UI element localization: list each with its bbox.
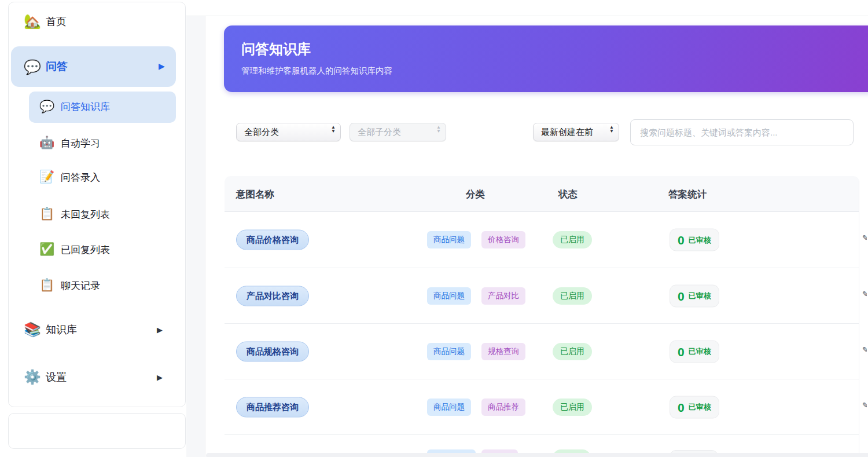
sidebar-item-label: 设置 xyxy=(46,370,67,384)
intent-pill[interactable]: 商品价格咨询 xyxy=(236,230,309,250)
table-row: 商品价格咨询 商品问题 价格咨询 已启用 0 已审核 ✎ xyxy=(225,212,859,268)
intent-pill[interactable]: 产品对比咨询 xyxy=(236,286,309,306)
sidebar-item-knowledge-base[interactable]: 📚 知识库 ▶ xyxy=(9,316,185,343)
speech-bubble-icon: 💬 xyxy=(39,100,56,114)
approved-label: 已审核 xyxy=(689,402,711,412)
sidebar-item-label: 自动学习 xyxy=(61,137,100,150)
main-content: 问答知识库 管理和维护客服机器人的问答知识库内容 全部分类 ▲▼ 全部子分类 ▲… xyxy=(186,16,868,457)
category-select[interactable]: 全部分类 ▲▼ xyxy=(236,123,341,141)
gear-icon: ⚙️ xyxy=(24,370,41,384)
sidebar-item-qa-entry[interactable]: 📝 问答录入 xyxy=(9,170,185,187)
table-row: 商品规格咨询 商品问题 规格查询 已启用 0 已审核 ✎ xyxy=(225,324,859,379)
check-mark-icon: ✅ xyxy=(39,242,55,256)
clipboard-icon: 📋 xyxy=(39,278,55,292)
page-subtitle: 管理和维护客服机器人的问答知识库内容 xyxy=(241,65,392,76)
chevron-right-icon: ▶ xyxy=(157,373,163,382)
sidebar-item-replied-list[interactable]: ✅ 已回复列表 xyxy=(9,242,185,259)
approved-count: 0 xyxy=(678,290,685,302)
category-tag: 商品问题 xyxy=(427,343,471,360)
subcategory-select[interactable]: 全部子分类 ▲▼ xyxy=(350,123,446,141)
column-header-intent: 意图名称 xyxy=(236,188,274,201)
sidebar-item-qa-knowledge-base[interactable]: 💬 问答知识库 xyxy=(29,92,176,123)
sidebar-item-label: 聊天记录 xyxy=(61,279,100,293)
approved-label: 已审核 xyxy=(689,346,711,357)
subcategory-tag: 规格查询 xyxy=(481,343,525,360)
sidebar-item-unreplied-list[interactable]: 📋 未回复列表 xyxy=(9,207,185,224)
sidebar-item-qa[interactable]: 💬 问答 ▶ xyxy=(11,46,176,87)
edit-icon[interactable]: ✎ xyxy=(862,233,867,244)
subcategory-tag: 价格咨询 xyxy=(481,231,525,248)
approved-count: 0 xyxy=(678,345,685,357)
sidebar-item-auto-learning[interactable]: 🤖 自动学习 xyxy=(9,136,185,153)
edit-icon[interactable]: ✎ xyxy=(862,290,867,300)
sidebar-item-label: 问答录入 xyxy=(61,171,100,184)
table-row: 产品对比咨询 商品问题 产品对比 已启用 0 已审核 ✎ xyxy=(225,268,859,324)
approved-label: 已审核 xyxy=(689,291,711,301)
select-arrows-icon: ▲▼ xyxy=(331,126,336,134)
books-icon: 📚 xyxy=(24,323,41,337)
memo-icon: 📝 xyxy=(39,170,55,184)
approved-label: 已审核 xyxy=(689,235,711,245)
sort-select-value: 最新创建在前 xyxy=(541,127,593,138)
column-header-category: 分类 xyxy=(466,188,485,201)
sidebar-item-label: 问答知识库 xyxy=(61,100,110,114)
category-tag: 商品问题 xyxy=(427,231,471,248)
status-badge: 已启用 xyxy=(553,398,592,416)
sidebar: 🏡 首页 💬 问答 ▶ 💬 问答知识库 🤖 自动学习 📝 问答录入 📋 未回复列… xyxy=(8,2,186,407)
sidebar-item-home[interactable]: 🏡 首页 xyxy=(9,8,185,35)
sidebar-item-label: 未回复列表 xyxy=(61,208,110,221)
sidebar-item-settings[interactable]: ⚙️ 设置 ▶ xyxy=(9,363,185,391)
select-arrows-icon: ▲▼ xyxy=(436,126,441,134)
page-title: 问答知识库 xyxy=(241,40,311,59)
horizontal-scrollbar-track[interactable] xyxy=(206,453,868,457)
subcategory-tag: 产品对比 xyxy=(481,287,525,305)
robot-icon: 🤖 xyxy=(39,136,55,149)
status-badge: 已启用 xyxy=(553,231,592,248)
sidebar-item-label: 首页 xyxy=(46,14,67,28)
column-header-status: 状态 xyxy=(558,188,578,201)
table-row: 商品推荐咨询 商品问题 商品推荐 已启用 0 已审核 ✎ xyxy=(225,379,859,435)
status-badge: 已启用 xyxy=(553,343,592,360)
answer-stats-badge: 0 已审核 xyxy=(670,340,719,363)
status-badge: 已启用 xyxy=(553,287,592,305)
search-input[interactable] xyxy=(630,119,854,145)
home-icon: 🏡 xyxy=(24,14,41,28)
answer-stats-badge: 0 已审核 xyxy=(670,229,719,251)
subcategory-select-value: 全部子分类 xyxy=(358,127,401,138)
sort-select[interactable]: 最新创建在前 ▲▼ xyxy=(533,123,619,141)
qa-table: 意图名称 分类 状态 答案统计 商品价格咨询 商品问题 价格咨询 已启用 0 已… xyxy=(225,176,859,457)
sidebar-footer-panel xyxy=(8,413,186,449)
category-tag: 商品问题 xyxy=(427,287,471,305)
intent-pill[interactable]: 商品规格咨询 xyxy=(236,341,309,361)
column-header-stats: 答案统计 xyxy=(668,188,707,201)
subcategory-tag: 商品推荐 xyxy=(481,398,525,416)
page-header-banner: 问答知识库 管理和维护客服机器人的问答知识库内容 xyxy=(224,25,868,92)
edit-icon[interactable]: ✎ xyxy=(862,401,867,411)
intent-pill[interactable]: 商品推荐咨询 xyxy=(236,397,309,417)
select-arrows-icon: ▲▼ xyxy=(609,126,614,134)
sidebar-item-label: 问答 xyxy=(46,59,68,74)
edit-icon[interactable]: ✎ xyxy=(862,345,867,356)
sidebar-item-chat-history[interactable]: 📋 聊天记录 xyxy=(9,278,185,295)
sidebar-item-label: 知识库 xyxy=(46,323,77,337)
sidebar-item-label: 已回复列表 xyxy=(61,243,110,257)
approved-count: 0 xyxy=(678,401,685,413)
answer-stats-badge: 0 已审核 xyxy=(670,396,719,418)
clipboard-icon: 📋 xyxy=(39,207,55,221)
chevron-right-icon: ▶ xyxy=(159,61,165,71)
chevron-right-icon: ▶ xyxy=(157,326,163,334)
content-left-gutter xyxy=(186,16,205,457)
answer-stats-badge: 0 已审核 xyxy=(670,284,719,307)
table-header: 意图名称 分类 状态 答案统计 xyxy=(225,176,859,212)
speech-bubble-icon: 💬 xyxy=(24,59,41,75)
category-tag: 商品问题 xyxy=(427,398,471,416)
approved-count: 0 xyxy=(678,234,685,246)
category-select-value: 全部分类 xyxy=(244,127,279,138)
